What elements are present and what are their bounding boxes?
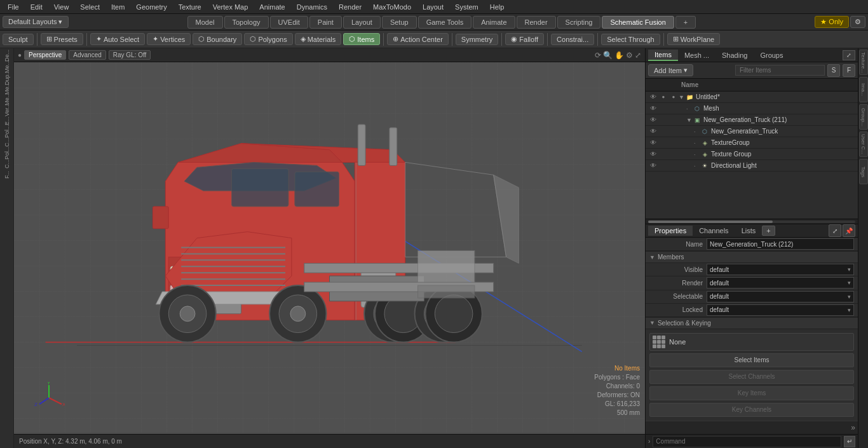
sidebar-icon-de[interactable]: De... (1, 51, 13, 61)
menu-layout[interactable]: Layout (417, 2, 449, 12)
add-item-button[interactable]: Add Item ▾ (648, 64, 693, 76)
prop-tab-lists[interactable]: Lists (735, 226, 763, 236)
list-scrollbar[interactable] (646, 219, 858, 224)
menu-view[interactable]: View (49, 2, 74, 12)
selectable-select[interactable]: default ▾ (707, 291, 854, 302)
arrow-untitled[interactable]: ▼ (679, 94, 685, 100)
menu-geometry[interactable]: Geometry (131, 2, 172, 12)
tab-topology[interactable]: Topology (224, 16, 269, 29)
filter-s-button[interactable]: S (827, 64, 840, 77)
action-center-button[interactable]: ⊕ Action Center (387, 33, 449, 45)
texture-tab[interactable]: Texture... (859, 50, 868, 75)
tab-shading[interactable]: Shading (715, 50, 754, 60)
sidebar-icon-dup[interactable]: Dup... (1, 72, 13, 83)
prop-add-button[interactable]: + (762, 226, 775, 236)
tree-item-untitled[interactable]: 👁 ● ● ▼ 📁 Untitled* (646, 92, 858, 103)
sidebar-icon-me3[interactable]: Me... (1, 94, 13, 104)
tab-model[interactable]: Model (187, 16, 223, 29)
render-select[interactable]: default ▾ (707, 277, 854, 288)
eye-icon-mesh[interactable]: 👁 (648, 104, 658, 114)
tab-animate[interactable]: Animate (473, 16, 515, 29)
eye-icon-texture-group[interactable]: 👁 (648, 138, 658, 148)
key-channels-button[interactable]: Key Channels (649, 403, 854, 417)
viewport-advanced-btn[interactable]: Advanced (69, 50, 105, 60)
tree-item-dir-light[interactable]: 👁 · ☀ Directional Light (646, 160, 858, 172)
eye-icon-dir-light[interactable]: 👁 (648, 161, 658, 171)
tab-mesh[interactable]: Mesh ... (678, 50, 715, 60)
eye2-icon-untitled[interactable]: ● (658, 92, 668, 102)
sidebar-icon-pol[interactable]: Pol... (1, 126, 13, 137)
viewport-perspective-btn[interactable]: Perspective (24, 50, 66, 60)
viewport-content[interactable]: X Y Z No Items Polygons : Face Channels:… (14, 62, 645, 433)
prop-pin-button[interactable]: 📌 (843, 224, 855, 237)
tree-item-texture-group2[interactable]: 👁 · ◈ Texture Group (646, 149, 858, 160)
sidebar-icon-c2[interactable]: C... (1, 159, 13, 169)
tab-scripting[interactable]: Scripting (557, 16, 601, 29)
presets-button[interactable]: ⊞ Presets (41, 33, 83, 45)
eye-icon-texture-group2[interactable]: 👁 (648, 149, 658, 160)
sidebar-icon-c[interactable]: C... (1, 137, 13, 147)
select-through-button[interactable]: Select Through (601, 34, 660, 45)
key-items-button[interactable]: Key Items (649, 386, 854, 400)
selection-keying-header[interactable]: ▼ Selection & Keying (646, 317, 858, 329)
menu-dynamics[interactable]: Dynamics (292, 2, 332, 12)
command-exec-button[interactable]: ↵ (844, 436, 855, 447)
eye3-icon-untitled[interactable]: ● (668, 92, 679, 102)
prop-expand-button[interactable]: ⤢ (829, 224, 841, 237)
menu-vertex-map[interactable]: Vertex Map (208, 2, 254, 12)
menu-item[interactable]: Item (106, 2, 130, 12)
tree-item-truck-group[interactable]: 👁 ▼ ▣ New_Generation_Truck (211) (646, 114, 858, 126)
select-channels-button[interactable]: Select Channels (649, 370, 854, 384)
sidebar-icon-pol2[interactable]: Pol... (1, 148, 13, 158)
tree-item-texture-group[interactable]: 👁 · ◈ TextureGroup (646, 137, 858, 149)
tree-item-truck-mesh[interactable]: 👁 · ⬡ New_Generation_Truck (646, 126, 858, 137)
arrow-texture-group2[interactable]: · (694, 151, 700, 158)
arrow-dir-light[interactable]: · (694, 163, 700, 169)
menu-system[interactable]: System (450, 2, 484, 12)
menu-max-to-modo[interactable]: MaxToModo (368, 2, 416, 12)
sidebar-icon-e[interactable]: E... (1, 116, 13, 126)
menu-file[interactable]: File (3, 2, 24, 12)
symmetry-button[interactable]: Symmetry (456, 34, 499, 45)
chevron-right-icon[interactable]: » (851, 423, 855, 432)
star-only-button[interactable]: ★ Only (815, 16, 849, 28)
viewport-expand-icon[interactable]: ⤢ (635, 51, 641, 60)
constraints-button[interactable]: Constrai... (551, 34, 594, 45)
menu-help[interactable]: Help (485, 2, 510, 12)
viewport-zoom-icon[interactable]: 🔍 (603, 51, 613, 60)
viewport-rotate-icon[interactable]: ⟳ (595, 51, 601, 60)
visible-select[interactable]: default ▾ (707, 264, 854, 275)
materials-button[interactable]: ◈ Materials (295, 33, 342, 45)
tab-items[interactable]: Items (648, 50, 678, 61)
falloff-button[interactable]: ◉ Falloff (505, 33, 544, 45)
layout-dropdown[interactable]: Default Layouts ▾ (3, 16, 69, 28)
command-input[interactable] (653, 436, 841, 447)
eye-icon-untitled[interactable]: 👁 (648, 92, 658, 102)
boundary-button[interactable]: ⬡ Boundary (193, 33, 242, 45)
sidebar-icon-f[interactable]: F... (1, 170, 13, 180)
eye-icon-truck-mesh[interactable]: 👁 (648, 126, 658, 137)
sculpt-button[interactable]: Sculpt (3, 34, 34, 45)
members-section-header[interactable]: ▼ Members (646, 251, 858, 263)
menu-render[interactable]: Render (334, 2, 367, 12)
viewport-settings-icon[interactable]: ⚙ (626, 51, 633, 60)
locked-select[interactable]: default ▾ (707, 304, 854, 316)
sidebar-icon-ver[interactable]: Ver... (1, 105, 13, 115)
items-list[interactable]: 👁 ● ● ▼ 📁 Untitled* 👁 · ⬡ Mesh 👁 (646, 92, 858, 219)
prop-tab-properties[interactable]: Properties (648, 226, 693, 236)
viewport-raygl-btn[interactable]: Ray GL: Off (109, 50, 151, 60)
polygons-button[interactable]: ⬡ Polygons (244, 33, 292, 45)
settings-button[interactable]: ⚙ (850, 16, 865, 28)
tab-groups[interactable]: Groups (754, 50, 789, 60)
menu-animate[interactable]: Animate (254, 2, 290, 12)
tab-schematic-fusion[interactable]: Schematic Fusion (602, 16, 674, 29)
filter-f-button[interactable]: F (843, 64, 855, 77)
workplane-button[interactable]: ⊞ WorkPlane (667, 33, 721, 45)
tab-add[interactable]: + (675, 16, 696, 29)
tree-item-mesh[interactable]: 👁 · ⬡ Mesh (646, 103, 858, 114)
arrow-truck-mesh[interactable]: · (694, 128, 700, 135)
select-items-button[interactable]: Select Items (649, 353, 854, 367)
tags-tab[interactable]: Tags (859, 159, 868, 184)
viewport[interactable]: ● Perspective Advanced Ray GL: Off ⟳ 🔍 ✋… (14, 48, 645, 448)
ima-tab[interactable]: Ima... (859, 77, 868, 102)
